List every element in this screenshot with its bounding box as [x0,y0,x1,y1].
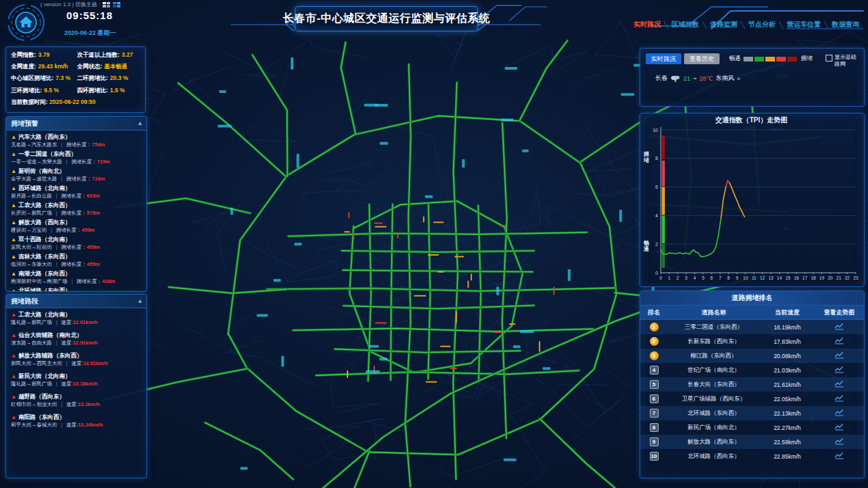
road-alert-item[interactable]: ▲解放大路辅路（东向西）新民大街→西民主大街｜速度:13.01km/h [11,352,142,367]
tpi-chart-panel: 交通指数（TPI）走势图0246810012345678910111213141… [640,113,865,287]
road-alert-item[interactable]: ▲解放大路（西向东）建设街→万宝街｜拥堵长度：459m [11,219,142,234]
live-traffic-button[interactable]: 实时路况 [646,53,681,64]
ranking-title: 道路拥堵排名 [640,291,864,306]
road-alert-item[interactable]: ▲北环城路（东向西）北人民大街→北凯旋路｜拥堵长度：436m [11,287,142,292]
nav-item-0[interactable]: 实时路况 [633,20,661,29]
legend-color [754,57,764,62]
theme-light-swatch[interactable] [103,2,110,8]
nav-item-1[interactable]: 区域指数 [672,20,699,29]
weather-more-arrow[interactable]: » [737,75,740,82]
road-alert-item[interactable]: ▲西环城路（北向南）新月路→长白公路｜拥堵长度：633m [11,185,142,200]
road-alert-item[interactable]: ▲南阳路（东向西）和平大街→春城大街｜速度:13.24km/h [11,414,142,429]
stat-item: 全网状态:基本畅通 [77,63,141,70]
trend-chart-icon[interactable] [834,394,844,402]
road-alert-item[interactable]: ▲吉林大路（东向西）临河街→东泰大街｜拥堵长度：455m [11,253,142,268]
warning-icon: ▲ [11,393,16,401]
rank-badge: 9 [650,437,659,446]
trend-chart-icon[interactable] [834,452,844,459]
trend-chart-icon[interactable] [834,337,844,344]
nav-item-2[interactable]: 道路监测 [710,20,737,29]
road-alert-item[interactable]: ▲双十西路（北向南）富民大街→站前街｜拥堵长度：459m [11,236,142,251]
nav-item-5[interactable]: 数据查询 [832,20,859,29]
nav-separator: ╲ [779,21,783,29]
traffic-legend: 畅通 拥堵 [726,55,815,63]
road-alert-item[interactable]: ▲汽车大路（西向东）无名路→汽车大路东｜拥堵长度：754m [11,133,142,148]
road-alert-item[interactable]: ▲越野路（西向东）红领巾街→创业大街｜速度:13.2km/h [11,393,142,408]
trend-chart-icon[interactable] [834,437,844,445]
warning-icon: ▲ [11,219,16,226]
road-alert-item[interactable]: ▲工农大路（北向南）隆礼路→新民广场｜速度:12.01km/h [11,311,142,326]
trend-chart-icon[interactable] [834,380,844,388]
ranking-row: 4世纪广场（南向北）21.03km/h [640,363,864,377]
thunderstorm-icon [670,74,681,83]
warning-icon: ▲ [11,287,16,292]
stat-item: 全网速度:29.43 km/h [11,63,75,70]
collapse-arrow-icon[interactable]: ▴ [138,295,142,308]
ranking-row: 8新民广场（南向北）22.27km/h [640,420,864,435]
tpi-trend-chart: 交通指数（TPI）走势图0246810012345678910111213141… [640,113,863,285]
page-title: 长春市-中心城区交通运行监测与评估系统 [295,6,478,31]
svg-text:22: 22 [845,275,850,280]
svg-text:12: 12 [760,275,765,280]
svg-text:3: 3 [685,275,687,280]
svg-text:23: 23 [853,275,858,280]
svg-text:8: 8 [655,156,658,161]
svg-text:0: 0 [655,271,658,275]
nav-separator: ╲ [741,21,745,29]
version-label: ( version 1.3 ) [40,1,74,8]
road-alert-item[interactable]: ▲工农大路（东向西）长庆街→新民广场｜拥堵长度：576m [11,202,142,217]
trend-chart-icon[interactable] [834,351,844,359]
road-alert-item[interactable]: ▲南湖大路（东向西）南湖新村中街→南湖广场｜拥堵长度：438m [11,270,142,285]
collapse-arrow-icon[interactable]: ▴ [138,117,142,130]
svg-text:8: 8 [727,275,730,280]
warning-icon: ▲ [11,185,16,192]
svg-text:6: 6 [655,185,658,189]
svg-text:7: 7 [719,275,722,280]
rank-badge: 4 [650,366,659,375]
road-condition-panel: 实时路况 查看历史 畅通 拥堵 显示基础路网 长春 21~28℃ 东南风 » [640,48,865,107]
theme-switch-label: 切换主题 : [75,1,100,8]
clock-date: 2020-06-22 星期一 [64,29,116,38]
rank-badge: 8 [650,423,659,432]
temp-low: 21 [683,75,690,82]
warning-icon: ▲ [11,270,16,277]
road-alert-item[interactable]: ▲仙台大街辅路（南向北）浦东路→自由大路｜速度:12.91km/h [11,331,142,347]
legend-color [787,57,797,62]
warning-icon: ▲ [11,202,16,209]
road-alert-item[interactable]: ▲一零二国道（东向西）一零一省道→东荣大路｜拥堵长度：719m [11,150,142,165]
clock-time: 09:55:18 [66,10,113,21]
legend-color [776,57,786,62]
rank-badge: 2 [650,337,659,346]
ranking-row: 1三零二国道（东向西）16.19km/h [640,320,864,334]
nav-separator: ╲ [702,21,707,29]
rank-badge: 5 [650,380,659,389]
nav-item-3[interactable]: 节点分析 [748,20,776,29]
stat-item: 中心城区拥堵比:7.3 % [11,74,75,81]
svg-text:2: 2 [676,275,679,280]
trend-chart-icon[interactable] [834,423,844,431]
rank-badge: 6 [650,394,659,403]
panel-title: 拥堵路段 [11,295,38,308]
view-history-button[interactable]: 查看历史 [684,53,720,64]
base-roadnet-checkbox[interactable]: 显示基础路网 [826,54,860,68]
trend-chart-icon[interactable] [834,409,844,416]
theme-blue-swatch[interactable] [113,2,120,8]
home-button[interactable] [6,3,46,42]
traffic-dashboard: ( version 1.3 ) 切换主题 : 09:55:18 2020-06-… [0,0,868,488]
warning-icon: ▲ [11,414,16,421]
svg-text:19: 19 [819,275,825,280]
svg-text:4: 4 [694,275,696,280]
nav-separator: ╲ [824,21,828,29]
road-alert-item[interactable]: ▲新明街（南向北）金宇大路→盛世大路｜拥堵长度：710m [11,167,142,182]
trend-chart-icon[interactable] [834,323,844,330]
svg-text:14: 14 [777,275,782,280]
warning-icon: ▲ [11,352,16,360]
ranking-row: 9解放大路（西向东）22.59km/h [640,435,864,449]
trend-chart-icon[interactable] [834,366,844,373]
svg-text:6: 6 [711,275,713,280]
congested-segments-panel: 拥堵路段 ▴ ▲工农大路（北向南）隆礼路→新民广场｜速度:12.01km/h▲仙… [5,294,147,478]
svg-text:11: 11 [752,275,757,280]
road-alert-item[interactable]: ▲新民大街（北向南）隆礼路→新民广场｜速度:13.18km/h [11,372,142,388]
nav-item-4[interactable]: 营运车位置 [787,20,821,29]
stat-item: 次干道以上指数:3.27 [77,51,141,58]
